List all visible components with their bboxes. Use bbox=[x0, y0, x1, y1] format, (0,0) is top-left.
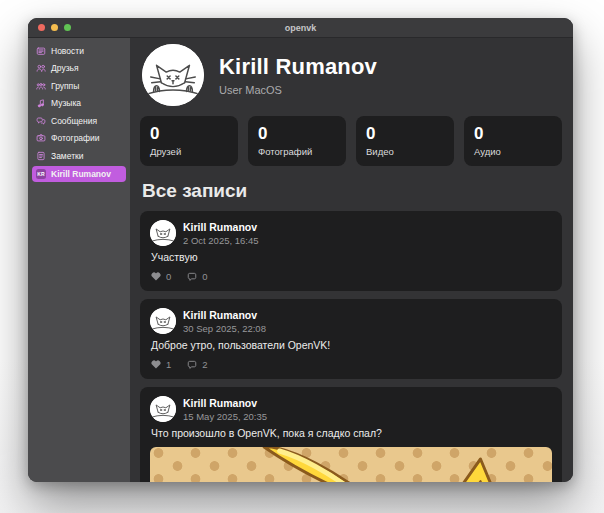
comment-count: 2 bbox=[202, 359, 207, 370]
photos-icon bbox=[36, 133, 46, 143]
comment-button[interactable]: 2 bbox=[187, 359, 207, 370]
sidebar-item-label: Сообщения bbox=[51, 116, 97, 126]
sidebar-item-photos[interactable]: Фотографии bbox=[32, 131, 126, 146]
window-title: openvk bbox=[285, 23, 317, 33]
stat-card-videos[interactable]: 0 Видео bbox=[356, 116, 454, 166]
profile-status: User MacOS bbox=[219, 84, 377, 96]
post-author-avatar[interactable] bbox=[150, 308, 176, 334]
sidebar-item-label: Заметки bbox=[51, 151, 84, 161]
minimize-button[interactable] bbox=[51, 24, 58, 31]
messages-icon bbox=[36, 116, 46, 126]
post-card: Kirill Rumanov 30 Sep 2025, 22:08 Доброе… bbox=[140, 299, 562, 379]
profile-avatar[interactable] bbox=[142, 44, 204, 106]
heart-icon bbox=[151, 272, 161, 281]
sidebar: Новости Друзья Группы Музыка Сообщения Ф bbox=[28, 38, 130, 482]
cartoon-ears-illustration bbox=[150, 447, 552, 482]
post-header: Kirill Rumanov 15 May 2025, 20:35 bbox=[150, 396, 552, 422]
sidebar-item-music[interactable]: Музыка bbox=[32, 96, 126, 111]
like-button[interactable]: 0 bbox=[151, 271, 171, 282]
post-text: Что произошло в OpenVK, пока я сладко сп… bbox=[151, 427, 552, 439]
post-actions: 1 2 bbox=[151, 359, 552, 370]
stat-label: Аудио bbox=[474, 146, 552, 157]
wall-section-title: Все записи bbox=[142, 180, 562, 202]
profile-initials-badge: KR bbox=[36, 169, 46, 179]
post-author-avatar[interactable] bbox=[150, 396, 176, 422]
sidebar-item-label: Группы bbox=[51, 81, 79, 91]
post-card: Kirill Rumanov 2 Oct 2025, 16:45 Участву… bbox=[140, 211, 562, 291]
post-header: Kirill Rumanov 30 Sep 2025, 22:08 bbox=[150, 308, 552, 334]
sidebar-item-label: Фотографии bbox=[51, 133, 100, 143]
sidebar-item-label: Новости bbox=[51, 46, 84, 56]
sidebar-item-notes[interactable]: Заметки bbox=[32, 148, 126, 163]
post-author[interactable]: Kirill Rumanov bbox=[183, 221, 259, 233]
post-text: Доброе утро, пользователи OpenVK! bbox=[151, 339, 552, 351]
notes-icon bbox=[36, 151, 46, 161]
sidebar-item-label: Друзья bbox=[51, 63, 79, 73]
stat-value: 0 bbox=[258, 124, 336, 144]
sidebar-item-label: Kirill Rumanov bbox=[51, 169, 111, 179]
sidebar-item-news[interactable]: Новости bbox=[32, 43, 126, 58]
sidebar-item-friends[interactable]: Друзья bbox=[32, 61, 126, 76]
stat-value: 0 bbox=[150, 124, 228, 144]
news-icon bbox=[36, 46, 46, 56]
stat-label: Друзей bbox=[150, 146, 228, 157]
like-count: 0 bbox=[166, 271, 171, 282]
comment-count: 0 bbox=[202, 271, 207, 282]
comment-icon bbox=[187, 360, 197, 370]
traffic-lights bbox=[38, 24, 71, 31]
cat-sketch-avatar-icon bbox=[142, 44, 204, 106]
stat-value: 0 bbox=[474, 124, 552, 144]
heart-icon bbox=[151, 360, 161, 369]
stat-card-photos[interactable]: 0 Фотографий bbox=[248, 116, 346, 166]
post-date[interactable]: 2 Oct 2025, 16:45 bbox=[183, 235, 259, 246]
post-date[interactable]: 30 Sep 2025, 22:08 bbox=[183, 323, 266, 334]
comment-icon bbox=[187, 272, 197, 282]
titlebar: openvk bbox=[28, 18, 573, 38]
post-image-attachment[interactable] bbox=[150, 447, 552, 482]
cat-sketch-avatar-icon bbox=[150, 396, 176, 422]
zoom-button[interactable] bbox=[64, 24, 71, 31]
like-button[interactable]: 1 bbox=[151, 359, 171, 370]
sidebar-item-profile[interactable]: KR Kirill Rumanov bbox=[32, 166, 126, 182]
friends-icon bbox=[36, 63, 46, 73]
comment-button[interactable]: 0 bbox=[187, 271, 207, 282]
stat-value: 0 bbox=[366, 124, 444, 144]
post-text: Участвую bbox=[151, 251, 552, 263]
stat-card-friends[interactable]: 0 Друзей bbox=[140, 116, 238, 166]
profile-name: Kirill Rumanov bbox=[219, 54, 377, 80]
groups-icon bbox=[36, 81, 46, 91]
post-actions: 0 0 bbox=[151, 271, 552, 282]
main-content: Kirill Rumanov User MacOS 0 Друзей 0 Фот… bbox=[130, 38, 573, 482]
post-card: Kirill Rumanov 15 May 2025, 20:35 Что пр… bbox=[140, 387, 562, 482]
post-date[interactable]: 15 May 2025, 20:35 bbox=[183, 411, 267, 422]
app-window: openvk Новости Друзья Группы Музыка bbox=[28, 18, 573, 482]
profile-header: Kirill Rumanov User MacOS bbox=[142, 44, 562, 106]
sidebar-item-label: Музыка bbox=[51, 98, 81, 108]
stat-label: Видео bbox=[366, 146, 444, 157]
sidebar-item-groups[interactable]: Группы bbox=[32, 78, 126, 93]
post-author-avatar[interactable] bbox=[150, 220, 176, 246]
profile-header-text: Kirill Rumanov User MacOS bbox=[219, 54, 377, 96]
sidebar-item-messages[interactable]: Сообщения bbox=[32, 113, 126, 128]
cat-sketch-avatar-icon bbox=[150, 220, 176, 246]
music-icon bbox=[36, 98, 46, 108]
like-count: 1 bbox=[166, 359, 171, 370]
post-author[interactable]: Kirill Rumanov bbox=[183, 309, 266, 321]
stats-row: 0 Друзей 0 Фотографий 0 Видео 0 Аудио bbox=[140, 116, 562, 166]
stat-card-audios[interactable]: 0 Аудио bbox=[464, 116, 562, 166]
close-button[interactable] bbox=[38, 24, 45, 31]
post-header: Kirill Rumanov 2 Oct 2025, 16:45 bbox=[150, 220, 552, 246]
post-author[interactable]: Kirill Rumanov bbox=[183, 397, 267, 409]
cat-sketch-avatar-icon bbox=[150, 308, 176, 334]
stat-label: Фотографий bbox=[258, 146, 336, 157]
